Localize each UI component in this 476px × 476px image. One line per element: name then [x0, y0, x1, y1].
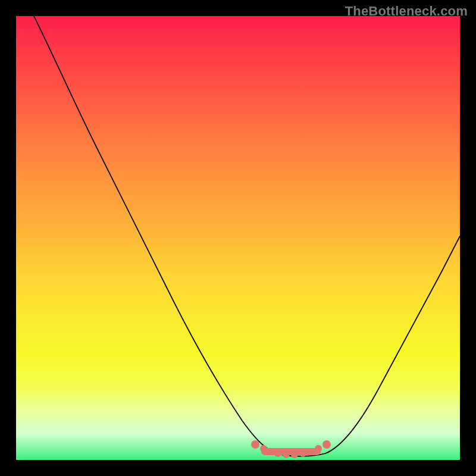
svg-point-0 — [251, 440, 259, 449]
bottleneck-curve — [34, 16, 460, 456]
svg-rect-10 — [261, 448, 321, 455]
chart-frame: TheBottleneck.com — [0, 0, 476, 476]
chart-svg — [16, 16, 460, 460]
watermark-text: TheBottleneck.com — [345, 4, 468, 19]
svg-point-9 — [322, 440, 331, 449]
chart-plot-area — [16, 16, 460, 460]
